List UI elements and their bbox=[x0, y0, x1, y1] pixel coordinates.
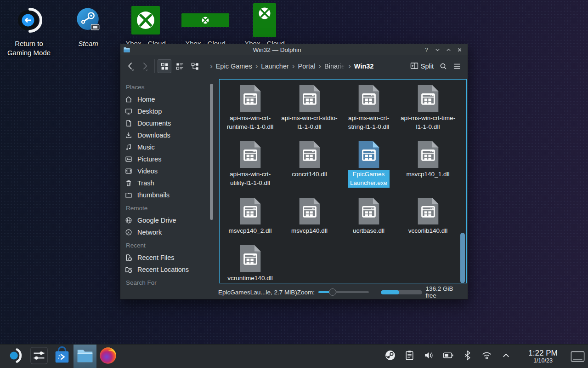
file-api-ms-win-crt-utility-l1-1-0.dll[interactable]: api-ms-win-crt-utility-l1-1-0.dll bbox=[220, 138, 280, 194]
tray-steam-tray[interactable] bbox=[382, 345, 398, 368]
file-label: api-ms-win-crt-string-l1-1-0.dll bbox=[340, 114, 397, 131]
dll-file-icon bbox=[416, 85, 440, 112]
xbox-cloud-3-icon bbox=[253, 4, 276, 37]
tray-battery[interactable] bbox=[440, 345, 456, 368]
file-label: api-ms-win-crt-runtime-l1-1-0.dll bbox=[222, 114, 279, 131]
window-title: Win32 — Dolphin bbox=[133, 46, 421, 53]
taskbar-application-launcher[interactable] bbox=[5, 345, 28, 368]
selection-summary: EpicGamesLau...le, 2.7 MiB) bbox=[218, 289, 297, 296]
minimize-button[interactable] bbox=[432, 46, 443, 54]
file-msvcp140_2.dll[interactable]: msvcp140_2.dll bbox=[220, 194, 280, 242]
tray-expand-tray[interactable] bbox=[498, 345, 514, 368]
breadcrumb-epic-games[interactable]: Epic Games bbox=[216, 63, 252, 70]
file-msvcp140_1.dll[interactable]: msvcp140_1.dll bbox=[398, 138, 458, 194]
help-button[interactable]: ? bbox=[421, 46, 432, 54]
sidebar-item-downloads[interactable]: Downloads bbox=[125, 129, 219, 141]
tray-bluetooth[interactable] bbox=[459, 345, 475, 368]
sidebar-scrollbar[interactable] bbox=[210, 84, 213, 220]
tray-volume[interactable] bbox=[421, 345, 436, 368]
file-api-ms-win-crt-string-l1-1-0.dll[interactable]: api-ms-win-crt-string-l1-1-0.dll bbox=[339, 81, 398, 138]
taskbar-dolphin[interactable] bbox=[74, 345, 96, 368]
sidebar-item-pictures[interactable]: Pictures bbox=[125, 153, 219, 165]
sidebar-item-music[interactable]: Music bbox=[125, 141, 219, 153]
details-view-button[interactable] bbox=[173, 59, 187, 73]
toolbar: ›Epic Games›Launcher›Portal›Binarie›Win3… bbox=[120, 55, 468, 77]
file-ucrtbase.dll[interactable]: ucrtbase.dll bbox=[339, 194, 398, 242]
dolphin-app-icon bbox=[123, 46, 130, 53]
sidebar-item-documents[interactable]: Documents bbox=[125, 117, 219, 129]
sidebar-item-label: Network bbox=[137, 229, 162, 236]
taskbar-discover[interactable] bbox=[51, 345, 74, 368]
file-vcruntime140.dll[interactable]: vcruntime140.dll bbox=[220, 242, 280, 283]
desktop-icon-steam[interactable]: Steam bbox=[67, 4, 109, 48]
breadcrumb-win32[interactable]: Win32 bbox=[354, 63, 374, 70]
sidebar-item-label: Music bbox=[137, 144, 155, 151]
breadcrumb-binarie[interactable]: Binarie bbox=[324, 63, 345, 70]
sidebar-item-trash[interactable]: Trash bbox=[125, 177, 219, 189]
sidebar-item-label: Documents bbox=[137, 120, 171, 127]
titlebar[interactable]: Win32 — Dolphin ? bbox=[120, 44, 468, 55]
file-vccorlib140.dll[interactable]: vccorlib140.dll bbox=[398, 194, 458, 242]
steam-label: Steam bbox=[78, 39, 98, 48]
desktop-icon-xbox-cloud-2[interactable]: Xbox Cloud bbox=[180, 4, 231, 48]
desktop-icon-xbox-cloud-3[interactable]: Xbox Cloud bbox=[239, 4, 290, 48]
file-msvcp140.dll[interactable]: msvcp140.dll bbox=[280, 194, 339, 242]
back-button[interactable] bbox=[124, 59, 138, 74]
folder-clock-icon bbox=[125, 266, 132, 273]
file-api-ms-win-crt-time-l1-1-0.dll[interactable]: api-ms-win-crt-time-l1-1-0.dll bbox=[398, 81, 458, 138]
forward-button[interactable] bbox=[138, 59, 152, 74]
sidebar-item-recent-files[interactable]: Recent Files bbox=[125, 252, 219, 264]
dll-file-icon bbox=[238, 198, 262, 224]
file-view-scrollbar[interactable] bbox=[460, 233, 465, 283]
discover-icon bbox=[52, 346, 72, 367]
file-label: vcruntime140.dll bbox=[227, 274, 272, 282]
sidebar-item-network[interactable]: Network bbox=[125, 226, 219, 238]
file-view[interactable]: api-ms-win-crt-runtime-l1-1-0.dllapi-ms-… bbox=[219, 79, 467, 283]
clock[interactable]: 1:22 PM 1/10/23 bbox=[520, 349, 566, 364]
hamburger-menu-button[interactable] bbox=[450, 59, 464, 73]
dll-file-icon bbox=[238, 85, 262, 112]
split-button[interactable]: Split bbox=[410, 62, 434, 71]
breadcrumb-launcher[interactable]: Launcher bbox=[261, 63, 288, 70]
clock-time: 1:22 PM bbox=[520, 349, 566, 358]
file-label: concrt140.dll bbox=[292, 170, 327, 178]
file-label: msvcp140.dll bbox=[291, 226, 328, 235]
show-desktop-button[interactable] bbox=[570, 345, 585, 368]
sidebar-item-desktop[interactable]: Desktop bbox=[125, 105, 219, 117]
dll-file-icon bbox=[238, 245, 262, 272]
desktop-icon-xbox-cloud-1[interactable]: Xbox Cloud bbox=[120, 4, 171, 48]
expand-tray-icon bbox=[500, 350, 512, 363]
file-api-ms-win-crt-stdio-l1-1-0.dll[interactable]: api-ms-win-crt-stdio-l1-1-0.dll bbox=[280, 81, 339, 138]
sidebar-item-thumbnails[interactable]: thumbnails bbox=[125, 189, 219, 201]
sidebar-item-videos[interactable]: Videos bbox=[125, 165, 219, 177]
file-api-ms-win-crt-runtime-l1-1-0.dll[interactable]: api-ms-win-crt-runtime-l1-1-0.dll bbox=[220, 81, 280, 138]
application-launcher-icon bbox=[6, 346, 26, 367]
sidebar-item-recent-locations[interactable]: Recent Locations bbox=[125, 264, 219, 276]
sidebar-item-label: Trash bbox=[137, 179, 154, 187]
sidebar-item-google-drive[interactable]: Google Drive bbox=[125, 214, 219, 226]
maximize-button[interactable] bbox=[443, 46, 454, 54]
search-button[interactable] bbox=[436, 59, 450, 73]
file-EpicGamesLauncher.exe[interactable]: EpicGames Launcher.exe bbox=[339, 138, 398, 194]
icons-view-button[interactable] bbox=[158, 59, 171, 73]
taskbar-firefox[interactable] bbox=[96, 345, 119, 368]
tray-wifi[interactable] bbox=[479, 345, 494, 368]
battery-icon bbox=[442, 350, 454, 363]
music-icon bbox=[125, 144, 132, 151]
file-concrt140.dll[interactable]: concrt140.dll bbox=[280, 138, 339, 194]
zoom-slider-handle[interactable] bbox=[329, 288, 336, 296]
folder-icon bbox=[125, 191, 132, 199]
sidebar-item-home[interactable]: Home bbox=[125, 93, 219, 105]
tree-view-button[interactable] bbox=[188, 59, 202, 73]
network-icon bbox=[125, 229, 132, 236]
dll-file-icon bbox=[298, 85, 322, 112]
close-button[interactable] bbox=[454, 46, 465, 54]
dll-file-icon bbox=[357, 198, 381, 224]
sidebar-section-recent: Recent bbox=[126, 242, 219, 249]
taskbar-system-settings[interactable] bbox=[28, 345, 51, 368]
zoom-label: Zoom: bbox=[297, 289, 315, 296]
tray-clipboard[interactable] bbox=[401, 345, 417, 368]
desktop-icon-return-to-gaming-mode[interactable]: Return to Gaming Mode bbox=[7, 4, 51, 57]
zoom-slider[interactable] bbox=[318, 288, 369, 296]
breadcrumb-portal[interactable]: Portal bbox=[298, 63, 315, 70]
